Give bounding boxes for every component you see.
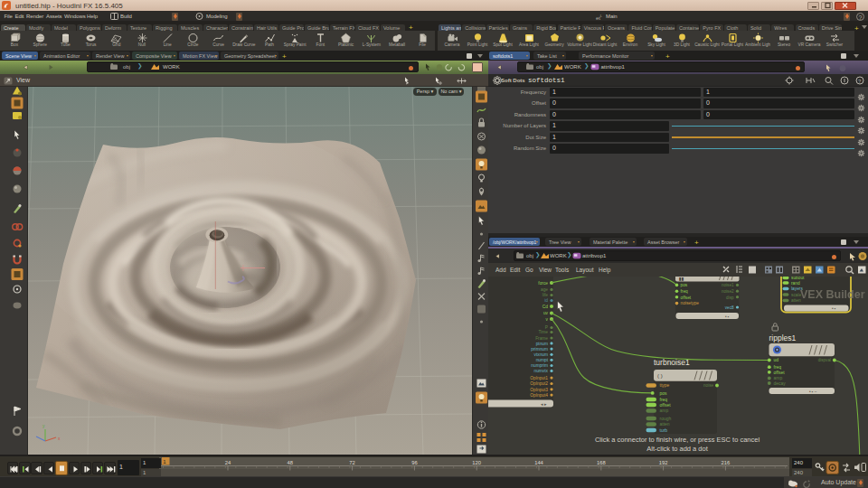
svg-text:offset: offset [681,295,692,299]
svg-text:offset: offset [774,369,786,374]
svg-text:offset: offset [660,401,672,407]
svg-text:• ▪ –: • ▪ – [809,389,817,393]
svg-text:▮▮: ▮▮ [679,277,684,281]
svg-text:24: 24 [225,460,231,465]
svg-text:192: 192 [659,460,668,465]
svg-text:subout: subout [791,277,805,280]
svg-text:• ▪: • ▪ [832,306,836,311]
svg-text:◂ ▸: ◂ ▸ [541,401,547,407]
svg-text:age: age [541,287,548,292]
svg-text:ttype: ttype [660,382,670,388]
svg-text:216: 216 [722,460,731,465]
svg-text:72: 72 [349,460,354,465]
svg-text:disp: disp [726,295,734,299]
svg-text:dispval: dispval [818,358,831,362]
svg-text:freq: freq [681,289,689,294]
svg-text:48: 48 [288,460,293,465]
svg-text:( ): ( ) [657,373,663,379]
svg-text:vtxnum: vtxnum [534,352,548,357]
svg-text:life: life [542,293,548,297]
svg-text:atten: atten [660,421,670,427]
svg-text:96: 96 [411,460,417,465]
svg-text:decay: decay [774,380,787,385]
svg-text:?: ? [858,79,862,84]
svg-text:Frame: Frame [535,335,548,340]
svg-text:rough: rough [660,415,672,420]
svg-text:ptnum: ptnum [536,341,548,345]
svg-text:turb: turb [660,427,668,432]
svg-text:Time: Time [539,330,549,334]
svg-text:OpInput4: OpInput4 [530,392,548,397]
svg-text:noise1: noise1 [722,283,734,287]
svg-text:• ▪: • ▪ [725,314,730,318]
svg-text:amp: amp [660,408,669,413]
svg-text:Alt-click to add a dot: Alt-click to add a dot [646,445,708,453]
svg-text:numprim: numprim [531,363,548,368]
svg-text:noisetype: noisetype [681,301,700,305]
svg-text:OpInput1: OpInput1 [530,375,548,380]
svg-text:id: id [544,298,548,303]
svg-text:force: force [538,280,548,285]
svg-text:numpt: numpt [536,358,549,362]
svg-text:120: 120 [472,460,481,465]
svg-text:vec8: vec8 [725,305,734,309]
svg-text:Click a connector to finish wi: Click a connector to finish wire, or pre… [595,435,760,443]
svg-text:noise2: noise2 [722,289,734,294]
svg-text:ud: ud [774,357,779,362]
svg-text:pos: pos [660,389,668,395]
svg-text:168: 168 [597,460,606,465]
svg-text:uv: uv [543,311,549,315]
svg-text:144: 144 [534,460,543,465]
svg-text:Cd: Cd [542,304,548,308]
svg-text:pos: pos [681,283,688,287]
svg-text:turbnoise1: turbnoise1 [654,357,690,366]
svg-text:OpInput3: OpInput3 [530,387,548,391]
svg-text:noise: noise [703,383,713,388]
svg-text:numvtx: numvtx [534,369,549,373]
svg-text:OpInput2: OpInput2 [530,381,548,386]
svg-text:rand: rand [791,280,800,285]
svg-text:VEX Builder: VEX Builder [800,288,865,301]
svg-text:ripples1: ripples1 [769,333,797,343]
svg-text:primnum: primnum [531,346,548,351]
